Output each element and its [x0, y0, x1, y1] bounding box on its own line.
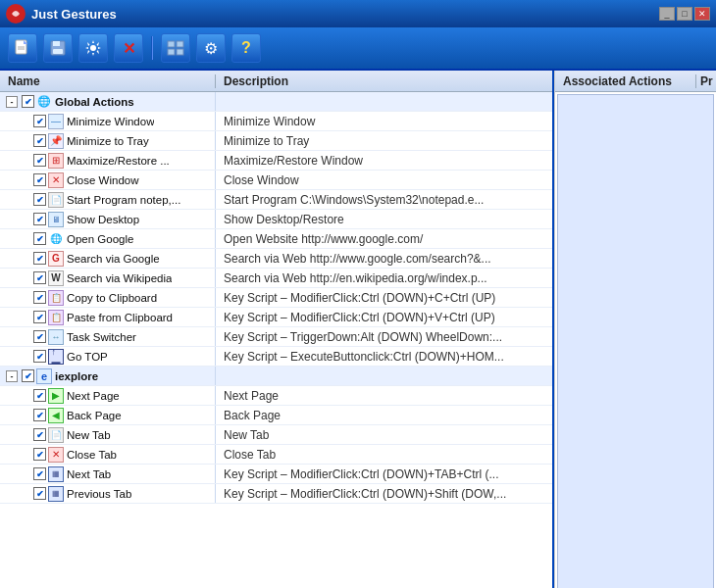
help-toolbar-btn[interactable]: ?: [231, 33, 261, 63]
iexplore-group[interactable]: - ✔ e iexplore: [0, 367, 552, 386]
start-program-label: Start Program notep,...: [67, 194, 180, 206]
open-google-label: Open Google: [67, 233, 133, 245]
next-tab-row[interactable]: ✔ ▦ Next Tab Key Script – ModifierClick:…: [0, 465, 552, 484]
paste-clipboard-desc: Key Script – ModifierClick:Ctrl (DOWN)+V…: [216, 311, 552, 324]
new-tab-desc: New Tab: [216, 428, 552, 442]
new-tab-checkbox[interactable]: ✔: [33, 428, 46, 441]
paste-clipboard-icon: 📋: [48, 310, 64, 325]
global-icon: 🌐: [36, 94, 52, 110]
maximize-row[interactable]: ✔ ⊞ Maximize/Restore ... Maximize/Restor…: [0, 151, 552, 171]
back-page-icon: ◀: [48, 408, 64, 423]
show-desktop-icon: 🖥: [48, 212, 64, 227]
svg-rect-6: [53, 49, 63, 54]
close-window-desc: Close Window: [216, 173, 552, 187]
previous-tab-row[interactable]: ✔ ▦ Previous Tab Key Script – ModifierCl…: [0, 484, 552, 504]
search-google-icon: G: [48, 251, 64, 267]
delete-toolbar-btn[interactable]: ✕: [114, 33, 143, 63]
search-google-desc: Search via Web http://www.google.com/sea…: [216, 252, 552, 266]
copy-clipboard-row[interactable]: ✔ 📋 Copy to Clipboard Key Script – Modif…: [0, 288, 552, 308]
minimize-window-btn[interactable]: _: [659, 7, 675, 21]
show-desktop-checkbox[interactable]: ✔: [33, 213, 46, 225]
right-panel-content: [557, 94, 714, 588]
search-google-row[interactable]: ✔ G Search via Google Search via Web htt…: [0, 249, 552, 269]
maximize-checkbox[interactable]: ✔: [33, 154, 46, 167]
search-google-checkbox[interactable]: ✔: [33, 252, 46, 265]
global-label: Global Actions: [55, 96, 134, 108]
previous-tab-checkbox[interactable]: ✔: [33, 487, 46, 500]
close-tab-checkbox[interactable]: ✔: [33, 448, 46, 461]
maximize-window-btn[interactable]: □: [677, 7, 692, 21]
copy-clipboard-icon: 📋: [48, 290, 64, 306]
copy-clipboard-checkbox[interactable]: ✔: [33, 291, 46, 304]
main-content: Name Description - ✔ 🌐 Global Actions ✔: [0, 71, 716, 588]
next-page-label: Next Page: [67, 390, 120, 402]
global-checkbox[interactable]: ✔: [22, 95, 34, 108]
iexplore-checkbox[interactable]: ✔: [22, 369, 34, 382]
back-page-label: Back Page: [67, 410, 122, 421]
close-window-checkbox[interactable]: ✔: [33, 173, 46, 186]
search-google-label: Search via Google: [67, 253, 160, 265]
close-tab-desc: Close Tab: [216, 448, 552, 462]
new-tab-row[interactable]: ✔ 📄 New Tab New Tab: [0, 425, 552, 445]
search-wikipedia-row[interactable]: ✔ W Search via Wikipedia Search via Web …: [0, 269, 552, 288]
col-desc-header: Description: [216, 74, 552, 88]
search-wikipedia-icon: W: [48, 270, 64, 286]
paste-clipboard-row[interactable]: ✔ 📋 Paste from Clipboard Key Script – Mo…: [0, 308, 552, 327]
go-top-row[interactable]: ✔ ↑▬ Go TOP Key Script – ExecuteButtoncl…: [0, 347, 552, 367]
copy-clipboard-desc: Key Script – ModifierClick:Ctrl (DOWN)+C…: [216, 291, 552, 305]
minimize-tray-row[interactable]: ✔ 📌 Minimize to Tray Minimize to Tray: [0, 131, 552, 151]
minimize-window-row[interactable]: ✔ — Minimize Window Minimize Window: [0, 112, 552, 131]
svg-point-7: [90, 45, 96, 51]
app-title: Just Gestures: [31, 7, 653, 22]
next-page-checkbox[interactable]: ✔: [33, 389, 46, 402]
paste-clipboard-checkbox[interactable]: ✔: [33, 311, 46, 323]
maximize-icon: ⊞: [48, 153, 64, 169]
open-google-checkbox[interactable]: ✔: [33, 232, 46, 245]
close-window-row[interactable]: ✔ ✕ Close Window Close Window: [0, 171, 552, 190]
close-tab-row[interactable]: ✔ ✕ Close Tab Close Tab: [0, 445, 552, 465]
close-window-btn[interactable]: ✕: [694, 7, 710, 21]
iexplore-expand-btn[interactable]: -: [6, 370, 18, 382]
back-page-checkbox[interactable]: ✔: [33, 409, 46, 421]
search-wikipedia-label: Search via Wikipedia: [67, 272, 172, 284]
save-toolbar-btn[interactable]: [43, 33, 73, 63]
task-switcher-checkbox[interactable]: ✔: [33, 330, 46, 343]
go-top-label: Go TOP: [67, 351, 108, 363]
global-actions-group[interactable]: - ✔ 🌐 Global Actions: [0, 92, 552, 112]
global-expand-btn[interactable]: -: [6, 96, 18, 108]
new-toolbar-btn[interactable]: [8, 33, 37, 63]
svg-rect-8: [168, 41, 175, 47]
tree-container[interactable]: - ✔ 🌐 Global Actions ✔ — Minimize Window…: [0, 92, 552, 588]
show-desktop-row[interactable]: ✔ 🖥 Show Desktop Show Desktop/Restore: [0, 210, 552, 229]
start-program-row[interactable]: ✔ 📄 Start Program notep,... Start Progra…: [0, 190, 552, 210]
task-switcher-row[interactable]: ✔ ↔ Task Switcher Key Script – TriggerDo…: [0, 327, 552, 347]
right-panel-header: Associated Actions Pr: [555, 71, 716, 92]
settings-toolbar-btn[interactable]: [78, 33, 108, 63]
toolbar: ✕ ⚙ ?: [0, 27, 716, 71]
start-program-icon: 📄: [48, 192, 64, 208]
minimize-tray-checkbox[interactable]: ✔: [33, 134, 46, 147]
options-toolbar-btn[interactable]: ⚙: [196, 33, 226, 63]
svg-rect-9: [177, 41, 183, 47]
task-switcher-icon: ↔: [48, 329, 64, 345]
go-top-checkbox[interactable]: ✔: [33, 350, 46, 363]
search-wikipedia-checkbox[interactable]: ✔: [33, 271, 46, 284]
minimize-window-checkbox[interactable]: ✔: [33, 115, 46, 127]
close-tab-icon: ✕: [48, 447, 64, 463]
open-google-desc: Open Website http://www.google.com/: [216, 232, 552, 246]
go-top-icon: ↑▬: [48, 349, 64, 365]
next-page-row[interactable]: ✔ ▶ Next Page Next Page: [0, 386, 552, 406]
next-tab-checkbox[interactable]: ✔: [33, 467, 46, 480]
next-tab-icon: ▦: [48, 466, 64, 482]
new-tab-label: New Tab: [67, 429, 111, 441]
open-google-row[interactable]: ✔ 🌐 Open Google Open Website http://www.…: [0, 229, 552, 249]
right-panel: Associated Actions Pr: [554, 71, 716, 588]
back-page-row[interactable]: ✔ ◀ Back Page Back Page: [0, 406, 552, 425]
paste-clipboard-label: Paste from Clipboard: [67, 312, 173, 323]
start-program-checkbox[interactable]: ✔: [33, 193, 46, 206]
view-toolbar-btn[interactable]: [161, 33, 190, 63]
back-page-desc: Back Page: [216, 409, 552, 422]
iexplore-label: iexplore: [55, 370, 98, 382]
close-tab-label: Close Tab: [67, 449, 117, 461]
minimize-window-desc: Minimize Window: [216, 115, 552, 128]
